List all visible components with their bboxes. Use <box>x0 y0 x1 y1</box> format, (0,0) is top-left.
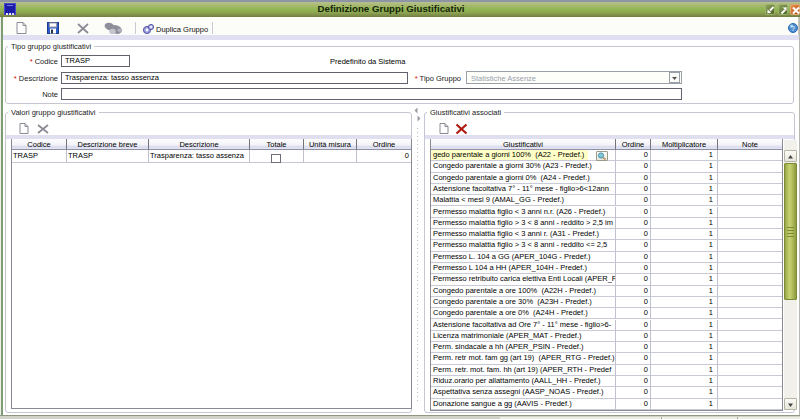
svg-text:?: ? <box>791 25 795 32</box>
